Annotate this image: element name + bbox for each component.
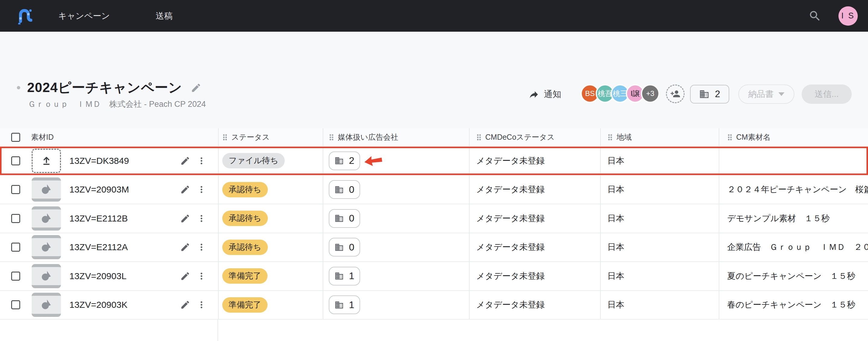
drag-handle-icon[interactable] bbox=[329, 133, 334, 141]
column-header-cmdeco: CMDeCoステータス bbox=[485, 132, 555, 142]
materials-table: 素材ID ステータス 媒体扱い広告会社 CMDeCoステータス 地域 CM素材名 bbox=[0, 128, 868, 341]
agency-count: 1 bbox=[349, 271, 354, 282]
edit-icon[interactable] bbox=[180, 184, 190, 195]
app-logo-icon[interactable] bbox=[17, 7, 32, 24]
table-header-row: 素材ID ステータス 媒体扱い広告会社 CMDeCoステータス 地域 CM素材名 bbox=[0, 128, 868, 147]
table-row[interactable]: 13ZV=E2112A 承認待ち 0 メタデータ未登録 日本 企業広告 Ｇｒｏｕ… bbox=[0, 233, 868, 262]
upload-placeholder[interactable] bbox=[32, 149, 61, 173]
agency-count-button[interactable]: 1 bbox=[329, 267, 360, 285]
edit-icon[interactable] bbox=[180, 156, 190, 166]
column-header-material-id: 素材ID bbox=[31, 132, 54, 142]
table-row[interactable]: 13ZV=20903M 承認待ち 0 メタデータ未登録 日本 ２０２４年ピーチキ… bbox=[0, 176, 868, 205]
drag-handle-icon[interactable] bbox=[608, 133, 613, 141]
table-row[interactable]: 13ZV=20903K 準備完了 1 メタデータ未登録 日本 春のピーチキャンペ… bbox=[0, 291, 868, 320]
kebab-menu-icon[interactable] bbox=[197, 242, 206, 252]
material-logo-glyph bbox=[39, 298, 53, 312]
region: 日本 bbox=[608, 241, 624, 253]
top-navbar: キャンペーン 送稿 I S bbox=[0, 0, 868, 32]
cm-material-name: デモサンプル素材 １５秒 bbox=[727, 213, 830, 224]
kebab-menu-icon[interactable] bbox=[197, 156, 206, 166]
kebab-menu-icon[interactable] bbox=[197, 184, 206, 195]
table-row[interactable]: 13ZV=DK3849 ファイル待ち 2 メタデータ未登録 日本 bbox=[0, 147, 868, 176]
kebab-menu-icon[interactable] bbox=[197, 300, 206, 310]
material-thumbnail bbox=[32, 264, 61, 288]
drag-handle-icon[interactable] bbox=[476, 133, 482, 141]
material-thumbnail bbox=[32, 206, 61, 231]
cm-material-name: 企業広告 Ｇｒｏｕｐ ＩＭＤ ２０ bbox=[727, 241, 868, 253]
column-header-region: 地域 bbox=[617, 132, 631, 142]
agency-count: 0 bbox=[349, 242, 354, 253]
edit-icon[interactable] bbox=[180, 214, 190, 224]
region: 日本 bbox=[608, 213, 624, 224]
building-icon bbox=[335, 214, 344, 223]
material-logo-glyph bbox=[39, 240, 53, 254]
row-checkbox[interactable] bbox=[11, 214, 20, 223]
cm-material-name: ２０２４年ピーチキャンペーン 桜篇 bbox=[727, 184, 868, 195]
agency-count: 0 bbox=[349, 184, 354, 195]
row-checkbox[interactable] bbox=[11, 243, 20, 252]
select-all-checkbox[interactable] bbox=[11, 133, 20, 142]
column-header-agency: 媒体扱い広告会社 bbox=[338, 132, 398, 142]
region: 日本 bbox=[608, 184, 624, 195]
material-logo-glyph bbox=[39, 211, 53, 225]
table-row[interactable]: 13ZV=E2112B 承認待ち 0 メタデータ未登録 日本 デモサンプル素材 … bbox=[0, 204, 868, 233]
edit-icon[interactable] bbox=[180, 271, 190, 281]
building-icon bbox=[335, 185, 344, 194]
edit-icon[interactable] bbox=[180, 300, 190, 310]
cm-material-name: 春のピーチキャンペーン １５秒 bbox=[727, 299, 855, 311]
column-header-cm-name: CM素材名 bbox=[736, 132, 771, 142]
agency-count: 2 bbox=[349, 155, 354, 166]
region: 日本 bbox=[608, 299, 624, 311]
nav-item-submission[interactable]: 送稿 bbox=[156, 10, 173, 22]
status-badge: 承認待ち bbox=[222, 182, 268, 197]
material-id: 13ZV=E2112A bbox=[69, 242, 180, 252]
material-logo-glyph bbox=[39, 182, 53, 196]
status-badge: 承認待ち bbox=[222, 239, 268, 255]
drag-handle-icon[interactable] bbox=[222, 133, 228, 141]
edit-icon[interactable] bbox=[180, 242, 190, 252]
agency-count: 0 bbox=[349, 213, 354, 224]
agency-count-button[interactable]: 2 bbox=[329, 151, 360, 170]
column-header-status: ステータス bbox=[231, 132, 270, 142]
cmdeco-status: メタデータ未登録 bbox=[476, 241, 545, 253]
cm-material-name: 夏のピーチキャンペーン １５秒 bbox=[727, 271, 855, 282]
nav-item-campaign[interactable]: キャンペーン bbox=[58, 10, 110, 22]
material-logo-glyph bbox=[39, 269, 53, 283]
table-body: 13ZV=DK3849 ファイル待ち 2 メタデータ未登録 日本 13ZV bbox=[0, 147, 868, 319]
material-thumbnail bbox=[32, 235, 61, 259]
agency-count-button[interactable]: 1 bbox=[329, 295, 360, 314]
user-avatar[interactable]: I S bbox=[838, 6, 858, 26]
table-row[interactable]: 13ZV=20903L 準備完了 1 メタデータ未登録 日本 夏のピーチキャンペ… bbox=[0, 262, 868, 291]
agency-count-button[interactable]: 0 bbox=[329, 238, 360, 256]
highlight-arrow-icon bbox=[364, 153, 384, 168]
row-checkbox[interactable] bbox=[11, 272, 20, 281]
drag-handle-icon[interactable] bbox=[727, 133, 733, 141]
region: 日本 bbox=[608, 271, 624, 282]
material-thumbnail bbox=[32, 177, 61, 202]
cmdeco-status: メタデータ未登録 bbox=[476, 271, 545, 282]
status-badge: ファイル待ち bbox=[222, 153, 285, 168]
row-checkbox[interactable] bbox=[11, 156, 20, 165]
cmdeco-status: メタデータ未登録 bbox=[476, 299, 545, 311]
agency-count-button[interactable]: 0 bbox=[329, 180, 360, 199]
material-id: 13ZV=20903K bbox=[69, 300, 180, 310]
cmdeco-status: メタデータ未登録 bbox=[476, 213, 545, 224]
status-badge: 準備完了 bbox=[222, 268, 268, 284]
kebab-menu-icon[interactable] bbox=[197, 271, 206, 281]
row-checkbox[interactable] bbox=[11, 185, 20, 194]
search-icon[interactable] bbox=[808, 9, 822, 23]
material-thumbnail bbox=[32, 293, 61, 317]
building-icon bbox=[335, 243, 344, 252]
agency-count-button[interactable]: 0 bbox=[329, 209, 360, 228]
building-icon bbox=[335, 300, 344, 310]
cmdeco-status: メタデータ未登録 bbox=[476, 155, 545, 167]
agency-count: 1 bbox=[349, 300, 354, 311]
table-filler bbox=[0, 319, 868, 341]
material-id: 13ZV=E2112B bbox=[69, 214, 180, 224]
material-id: 13ZV=20903M bbox=[69, 184, 180, 195]
row-checkbox[interactable] bbox=[11, 300, 20, 309]
building-icon bbox=[335, 156, 344, 165]
upload-icon bbox=[41, 156, 52, 166]
campaign-header: 2024ピーチキャンペーン Ｇｒｏｕｐ ＩＭＤ 株式会社 - Peach CP … bbox=[0, 32, 868, 128]
kebab-menu-icon[interactable] bbox=[197, 214, 206, 224]
